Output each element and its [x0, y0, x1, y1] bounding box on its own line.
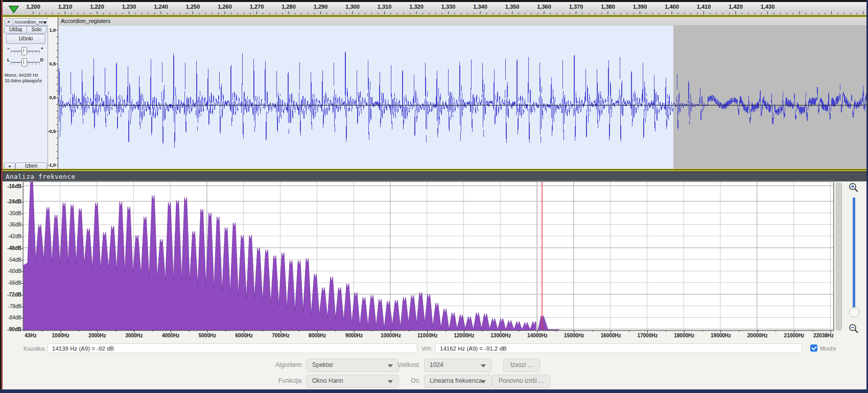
- db-axis-tick: [21, 283, 24, 284]
- size-value: 1024: [430, 361, 443, 368]
- db-axis-label: -16dB: [1, 183, 21, 189]
- axis-value: Linearna frekvenca: [430, 377, 482, 384]
- frequency-axis-label: 15000Hz: [556, 333, 592, 338]
- frequency-axis-label: 1000Hz: [43, 333, 79, 338]
- db-axis-label: -84dB: [1, 315, 21, 320]
- db-axis-tick: [21, 225, 24, 225]
- ruler-tick-label: 1,380: [597, 4, 619, 10]
- close-track-button[interactable]: ✕: [5, 18, 13, 26]
- playhead-marker[interactable]: [9, 5, 19, 14]
- frequency-axis-label: 5000Hz: [190, 333, 225, 338]
- ruler-tick-label: 1,420: [724, 4, 747, 10]
- amplitude-scale[interactable]: 1,00,50,0-0,5-1,0: [48, 17, 58, 171]
- db-axis-tick: [21, 214, 24, 214]
- ruler-tick-label: 1,410: [693, 4, 715, 10]
- frequency-axis-label: 22038Hz: [806, 333, 841, 338]
- waveform-display[interactable]: Accordion_registers: [58, 17, 868, 171]
- db-axis-tick: [21, 295, 24, 295]
- ruler-tick-label: 1,220: [86, 4, 108, 10]
- function-label: Funkcija:: [247, 377, 303, 384]
- amplitude-scale-label: -0,5: [46, 129, 56, 134]
- pan-slider-thumb[interactable]: [21, 58, 27, 66]
- plot-scrollbar[interactable]: [836, 182, 842, 331]
- amplitude-scale-label: 0,5: [46, 61, 56, 66]
- frequency-axis-label: 7000Hz: [263, 333, 299, 338]
- db-axis-tick: [21, 271, 24, 272]
- audacity-window: 1,2001,2101,2201,2301,2401,2501,2601,270…: [0, 0, 868, 393]
- db-axis-label: -60dB: [1, 268, 21, 274]
- frequency-axis-label: 6000Hz: [226, 333, 262, 338]
- zoom-out-icon[interactable]: [848, 323, 859, 334]
- axis-label: Os:: [376, 377, 420, 384]
- frequency-axis-label: 3000Hz: [116, 333, 152, 338]
- spectrum-plot[interactable]: [24, 182, 833, 330]
- frequency-axis-label: 20000Hz: [740, 333, 776, 338]
- size-label: Velikost:: [376, 361, 420, 368]
- frequency-window-titlebar[interactable]: Analiza frekvence: [3, 172, 866, 181]
- db-axis-tick: [21, 248, 24, 249]
- waveform-graph: [58, 25, 868, 171]
- frequency-axis-label: 4000Hz: [153, 333, 189, 338]
- solo-button[interactable]: Solo: [27, 26, 46, 34]
- pan-right-label: D: [40, 57, 44, 62]
- effects-button[interactable]: Učinki: [6, 34, 45, 44]
- clip-title-strip[interactable]: Accordion_registers: [58, 17, 868, 26]
- db-axis-label: -72dB: [1, 292, 21, 297]
- track-name-dropdown[interactable]: Accordion_re: [12, 18, 49, 26]
- db-axis-tick: [21, 318, 24, 318]
- zoom-slider-thumb[interactable]: [849, 307, 859, 317]
- mute-button[interactable]: Utišaj: [4, 26, 27, 34]
- db-axis-label: -24dB: [1, 199, 21, 204]
- gain-slider[interactable]: − +: [7, 46, 43, 54]
- frequency-axis-label: 17000Hz: [629, 333, 665, 338]
- chevron-down-icon: [481, 364, 486, 367]
- frequency-axis-label: 10000Hz: [373, 333, 409, 338]
- timeline-ruler[interactable]: 1,2001,2101,2201,2301,2401,2501,2601,270…: [0, 2, 868, 15]
- ruler-tick-label: 1,350: [501, 4, 524, 10]
- db-axis-label: -36dB: [1, 222, 21, 227]
- peak-label: Vrh:: [409, 345, 432, 352]
- ruler-tick-label: 1,390: [629, 4, 651, 10]
- ruler-tick-label: 1,340: [469, 4, 491, 10]
- redraw-button[interactable]: Ponovno izriši ...: [492, 375, 550, 388]
- ruler-tick-label: 1,210: [54, 4, 77, 10]
- frequency-axis-label: 8000Hz: [299, 333, 335, 338]
- grids-checkbox[interactable]: [810, 344, 817, 352]
- axis-dropdown[interactable]: Linearna frekvenca: [424, 375, 491, 388]
- algorithm-label: Algoritem:: [247, 361, 303, 368]
- db-axis-tick: [21, 187, 24, 187]
- gain-slider-thumb[interactable]: [21, 47, 27, 55]
- desktop-bottom: [0, 389, 868, 393]
- db-axis-label: -30dB: [1, 211, 21, 216]
- track-focus-border-top: [2, 15, 868, 17]
- frequency-axis-label: 13000Hz: [483, 333, 519, 338]
- db-axis-tick: [21, 307, 24, 307]
- size-dropdown[interactable]: 1024: [424, 359, 491, 372]
- ruler-tick-label: 1,330: [437, 4, 460, 10]
- zoom-in-icon[interactable]: [848, 182, 859, 193]
- export-button[interactable]: Izvozi ...: [503, 359, 540, 372]
- ruler-tick-label: 1,360: [533, 4, 555, 10]
- ruler-tick-label: 1,430: [757, 4, 779, 10]
- db-axis-label: -90dB: [1, 327, 21, 332]
- ruler-tick-label: 1,300: [341, 4, 364, 10]
- track-name-label: Accordion_re: [14, 19, 43, 25]
- ruler-tick-label: 1,200: [22, 4, 44, 10]
- ruler-tick-label: 1,310: [373, 4, 396, 10]
- gain-plus-label: +: [41, 46, 43, 51]
- frequency-axis-label: 19000Hz: [703, 333, 739, 338]
- cursor-value-field[interactable]: [48, 343, 417, 353]
- db-axis-label: -66dB: [1, 280, 21, 286]
- zoom-slider[interactable]: [853, 197, 855, 309]
- amplitude-scale-label: 1,0: [46, 28, 56, 33]
- pan-slider[interactable]: L D: [7, 57, 43, 65]
- pan-left-label: L: [7, 57, 10, 62]
- ruler-tick-label: 1,290: [310, 4, 332, 10]
- db-axis-label: -54dB: [1, 257, 21, 263]
- frequency-axis-label: 11000Hz: [410, 333, 445, 338]
- algorithm-value: Spekter: [312, 361, 333, 368]
- peak-value-field[interactable]: [435, 343, 802, 353]
- amplitude-scale-label: -1,0: [46, 163, 56, 168]
- db-axis-label: -48dB: [1, 245, 21, 251]
- ruler-tick-label: 1,370: [565, 4, 588, 10]
